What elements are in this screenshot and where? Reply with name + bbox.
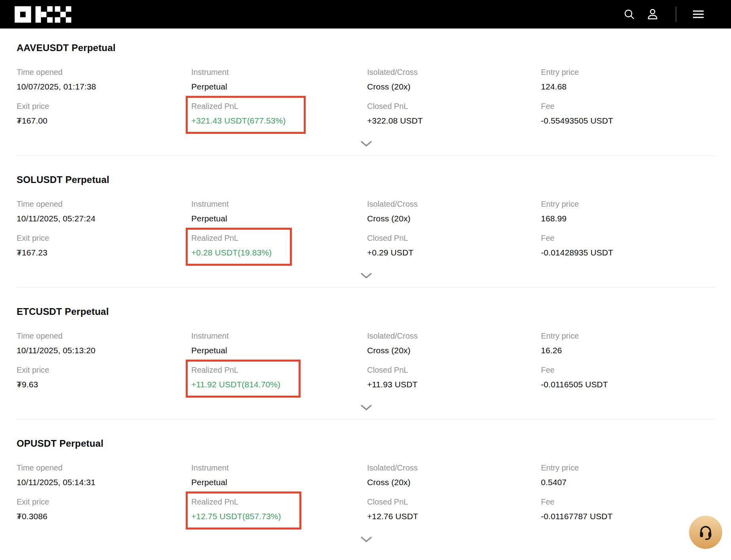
field-label: Realized PnL xyxy=(191,233,272,243)
field-fee: Fee -0.0116505 USDT xyxy=(541,365,716,390)
field-value: ₮167.23 xyxy=(17,248,191,258)
field-value: Perpetual xyxy=(191,213,367,224)
field-realized-pnl: Realized PnL +0.28 USDT(19.83%) xyxy=(191,233,367,266)
field-closed-pnl: Closed PnL +0.29 USDT xyxy=(367,233,541,258)
position-title: AAVEUSDT Perpetual xyxy=(17,42,716,54)
field-label: Closed PnL xyxy=(367,365,541,375)
field-time-opened: Time opened 10/11/2025, 05:14:31 xyxy=(17,463,191,488)
field-instrument: Instrument Perpetual xyxy=(191,463,367,488)
field-realized-pnl: Realized PnL +11.92 USDT(814.70%) xyxy=(191,365,367,398)
top-navigation-bar xyxy=(0,0,731,29)
closed-positions-list: AAVEUSDT Perpetual Time opened 10/07/202… xyxy=(0,29,731,551)
expand-row xyxy=(17,272,716,279)
field-label: Closed PnL xyxy=(367,101,541,111)
field-value: -0.01167787 USDT xyxy=(541,511,716,522)
field-entry-price: Entry price 16.26 xyxy=(541,331,716,356)
field-label: Realized PnL xyxy=(191,101,286,111)
field-isolated-cross: Isolated/Cross Cross (20x) xyxy=(367,331,541,356)
field-label: Fee xyxy=(541,233,716,243)
field-label: Time opened xyxy=(17,199,191,209)
field-label: Instrument xyxy=(191,199,367,209)
position-card-etcusdt: ETCUSDT Perpetual Time opened 10/11/2025… xyxy=(17,288,716,419)
position-card-solusdt: SOLUSDT Perpetual Time opened 10/11/2025… xyxy=(17,156,716,287)
field-value: +0.29 USDT xyxy=(367,248,541,258)
field-value: Cross (20x) xyxy=(367,213,541,224)
okx-logo[interactable] xyxy=(15,5,71,24)
field-isolated-cross: Isolated/Cross Cross (20x) xyxy=(367,67,541,92)
user-icon xyxy=(646,8,659,21)
field-entry-price: Entry price 168.99 xyxy=(541,199,716,224)
position-card-aaveusdt: AAVEUSDT Perpetual Time opened 10/07/202… xyxy=(17,29,716,155)
field-exit-price: Exit price ₮0.3086 xyxy=(17,497,191,522)
annotation-highlight-box: Realized PnL +321.43 USDT(677.53%) xyxy=(186,96,306,134)
field-value: ₮167.00 xyxy=(17,116,191,126)
chevron-down-icon[interactable] xyxy=(360,404,373,411)
field-value: Cross (20x) xyxy=(367,82,541,92)
chevron-down-icon[interactable] xyxy=(360,536,373,543)
field-label: Instrument xyxy=(191,331,367,341)
field-value: 16.26 xyxy=(541,345,716,356)
field-isolated-cross: Isolated/Cross Cross (20x) xyxy=(367,463,541,488)
chevron-down-icon[interactable] xyxy=(360,272,373,279)
field-realized-pnl: Realized PnL +321.43 USDT(677.53%) xyxy=(191,101,367,134)
field-fee: Fee -0.01428935 USDT xyxy=(541,233,716,258)
field-value: 10/07/2025, 01:17:38 xyxy=(17,82,191,92)
field-label: Exit price xyxy=(17,101,191,111)
headset-icon xyxy=(698,524,714,540)
field-value: 0.5407 xyxy=(541,477,716,488)
expand-row xyxy=(17,404,716,411)
field-value: Cross (20x) xyxy=(367,345,541,356)
annotation-highlight-box: Realized PnL +11.92 USDT(814.70%) xyxy=(186,360,301,398)
field-exit-price: Exit price ₮9.63 xyxy=(17,365,191,390)
field-label: Realized PnL xyxy=(191,365,280,375)
field-instrument: Instrument Perpetual xyxy=(191,67,367,92)
field-label: Instrument xyxy=(191,67,367,77)
field-label: Exit price xyxy=(17,233,191,243)
field-value: 124.68 xyxy=(541,82,716,92)
menu-button[interactable] xyxy=(693,10,704,19)
field-value: Perpetual xyxy=(191,345,367,356)
realized-pnl-value: +321.43 USDT(677.53%) xyxy=(191,116,286,126)
field-value: -0.55493505 USDT xyxy=(541,116,716,126)
chevron-down-icon[interactable] xyxy=(360,140,373,147)
field-entry-price: Entry price 124.68 xyxy=(541,67,716,92)
search-icon xyxy=(623,8,635,20)
field-closed-pnl: Closed PnL +12.76 USDT xyxy=(367,497,541,522)
field-exit-price: Exit price ₮167.23 xyxy=(17,233,191,258)
field-closed-pnl: Closed PnL +11.93 USDT xyxy=(367,365,541,390)
field-value: -0.0116505 USDT xyxy=(541,379,716,390)
realized-pnl-value: +11.92 USDT(814.70%) xyxy=(191,379,280,390)
field-closed-pnl: Closed PnL +322.08 USDT xyxy=(367,101,541,126)
field-value: Perpetual xyxy=(191,82,367,92)
field-label: Entry price xyxy=(541,67,716,77)
field-value: Cross (20x) xyxy=(367,477,541,488)
field-label: Time opened xyxy=(17,67,191,77)
field-label: Isolated/Cross xyxy=(367,199,541,209)
expand-row xyxy=(17,536,716,543)
field-label: Exit price xyxy=(17,365,191,375)
field-value: 10/11/2025, 05:14:31 xyxy=(17,477,191,488)
field-fee: Fee -0.55493505 USDT xyxy=(541,101,716,126)
account-button[interactable] xyxy=(646,8,659,21)
field-label: Realized PnL xyxy=(191,497,281,507)
field-label: Time opened xyxy=(17,331,191,341)
field-value: -0.01428935 USDT xyxy=(541,248,716,258)
field-label: Exit price xyxy=(17,497,191,507)
position-title: SOLUSDT Perpetual xyxy=(17,174,716,186)
field-label: Fee xyxy=(541,101,716,111)
field-isolated-cross: Isolated/Cross Cross (20x) xyxy=(367,199,541,224)
position-card-opusdt: OPUSDT Perpetual Time opened 10/11/2025,… xyxy=(17,419,716,551)
field-label: Closed PnL xyxy=(367,497,541,507)
field-value: +11.93 USDT xyxy=(367,379,541,390)
annotation-highlight-box: Realized PnL +0.28 USDT(19.83%) xyxy=(186,228,292,266)
search-button[interactable] xyxy=(623,8,635,20)
field-value: 10/11/2025, 05:13:20 xyxy=(17,345,191,356)
field-realized-pnl: Realized PnL +12.75 USDT(857.73%) xyxy=(191,497,367,530)
support-chat-button[interactable] xyxy=(689,516,722,549)
field-label: Entry price xyxy=(541,199,716,209)
field-label: Isolated/Cross xyxy=(367,67,541,77)
field-value: ₮0.3086 xyxy=(17,511,191,522)
field-value: 168.99 xyxy=(541,213,716,224)
field-value: +12.76 USDT xyxy=(367,511,541,522)
field-instrument: Instrument Perpetual xyxy=(191,331,367,356)
